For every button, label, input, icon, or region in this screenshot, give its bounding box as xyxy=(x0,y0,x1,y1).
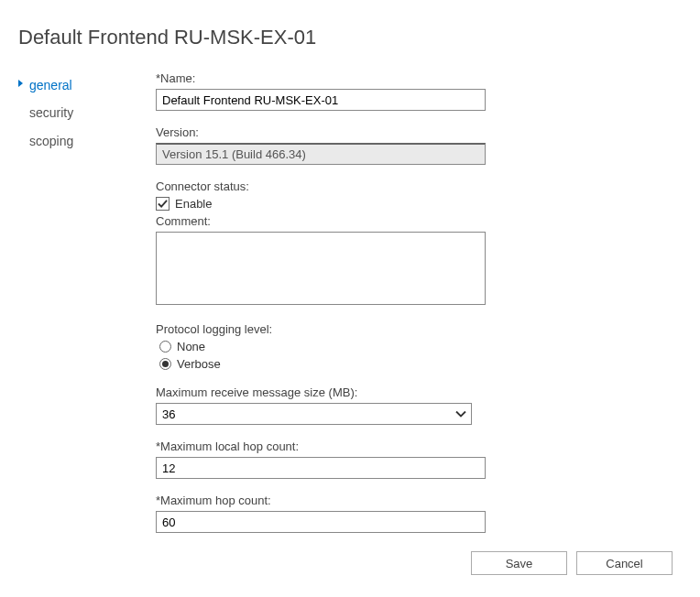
sidebar-item-security[interactable]: security xyxy=(18,99,137,126)
max-hop-label: *Maximum hop count: xyxy=(156,494,541,507)
version-label: Version: xyxy=(156,125,541,139)
name-label: *Name: xyxy=(156,71,541,85)
sidebar-item-scoping[interactable]: scoping xyxy=(18,127,137,155)
form-area: *Name: Version: Connector status: Enable… xyxy=(156,71,541,548)
max-receive-label: Maximum receive message size (MB): xyxy=(156,385,541,399)
logging-label: Protocol logging level: xyxy=(156,322,541,336)
logging-radio-none-label: None xyxy=(177,340,205,353)
check-icon xyxy=(158,199,168,209)
logging-radio-verbose[interactable] xyxy=(159,358,171,370)
enable-checkbox[interactable] xyxy=(156,197,170,211)
save-button[interactable]: Save xyxy=(471,551,567,575)
sidebar-item-general[interactable]: general xyxy=(18,71,137,99)
connector-status-label: Connector status: xyxy=(156,179,541,193)
enable-label: Enable xyxy=(175,197,212,211)
sidebar: general security scoping xyxy=(18,71,156,548)
comment-label: Comment: xyxy=(156,214,541,228)
max-receive-select[interactable] xyxy=(156,403,472,425)
comment-textarea[interactable] xyxy=(156,232,486,305)
max-hop-input[interactable] xyxy=(156,511,486,533)
button-bar: Save Cancel xyxy=(471,551,673,575)
page-title: Default Frontend RU-MSK-EX-01 xyxy=(18,26,682,49)
logging-radio-verbose-label: Verbose xyxy=(177,357,221,371)
name-input[interactable] xyxy=(156,89,486,111)
sidebar-item-label: scoping xyxy=(29,134,73,148)
sidebar-item-label: general xyxy=(29,78,72,92)
logging-radio-none[interactable] xyxy=(159,341,171,353)
cancel-button[interactable]: Cancel xyxy=(576,551,673,575)
max-local-hop-input[interactable] xyxy=(156,457,486,479)
max-local-hop-label: *Maximum local hop count: xyxy=(156,440,541,453)
sidebar-item-label: security xyxy=(29,105,73,120)
version-input xyxy=(156,143,486,165)
